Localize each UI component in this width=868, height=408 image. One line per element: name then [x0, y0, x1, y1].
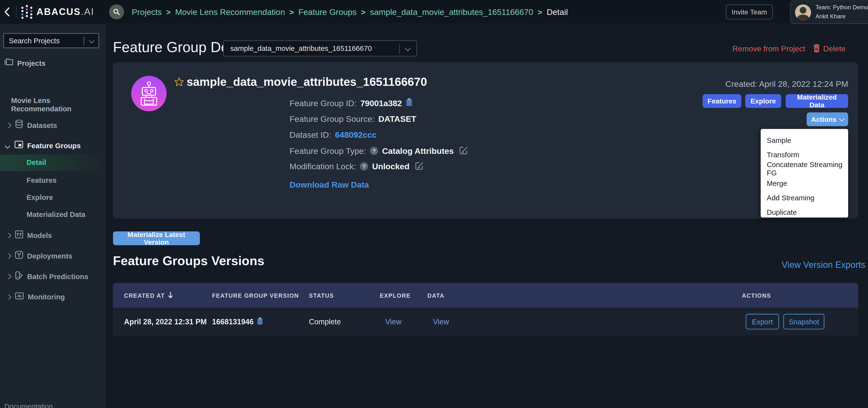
feature-groups-icon: [14, 140, 23, 151]
column-feature-group-version[interactable]: FEATURE GROUP VERSION: [212, 283, 299, 308]
copy-icon[interactable]: [257, 317, 263, 326]
menu-item-merge[interactable]: Merge: [761, 176, 848, 191]
explore-view-link[interactable]: View: [385, 317, 401, 326]
column-status[interactable]: STATUS: [309, 283, 334, 308]
chevron-right-icon: [6, 253, 11, 258]
menu-item-concatenate-streaming-fg[interactable]: Concatenate Streaming FG: [761, 162, 848, 176]
robot-icon: [140, 82, 158, 106]
sidebar-item-materialized-data[interactable]: Materialized Data: [0, 207, 106, 221]
breadcrumb: Projects > Movie Lens Recommendation > F…: [132, 0, 568, 24]
menu-item-sample[interactable]: Sample: [761, 133, 848, 147]
field-feature-group-source: Feature Group Source: DATASET: [290, 113, 416, 124]
team-menu[interactable]: Team: Python Demo Ankit Khare: [790, 0, 868, 24]
sidebar-item-monitoring[interactable]: Monitoring: [0, 290, 106, 304]
help-icon[interactable]: ?: [360, 162, 368, 170]
data-view-link[interactable]: View: [433, 317, 449, 326]
menu-item-duplicate[interactable]: Duplicate: [761, 205, 848, 219]
monitoring-icon: [15, 292, 24, 302]
chevron-right-icon: [6, 232, 11, 238]
topbar-divider: [16, 6, 17, 18]
chevron-down-icon: [839, 116, 844, 121]
user-name: Ankit Khare: [815, 13, 845, 19]
column-created-at[interactable]: CREATED AT: [124, 283, 173, 308]
sidebar-item-deployments[interactable]: Deployments: [0, 249, 106, 263]
breadcrumb-project-name[interactable]: Movie Lens Recommendation: [175, 7, 285, 17]
menu-item-transform[interactable]: Transform: [761, 147, 848, 162]
sidebar-item-feature-groups[interactable]: Feature Groups: [0, 138, 106, 153]
chevron-down-icon[interactable]: [89, 38, 94, 43]
invite-team-button[interactable]: Invite Team: [726, 4, 773, 19]
materialize-latest-version-button[interactable]: Materialize Latest Version: [113, 231, 200, 245]
cell-status: Complete: [309, 308, 341, 335]
sidebar-item-detail-active[interactable]: Detail: [0, 154, 106, 171]
sort-descending-icon: [167, 292, 173, 299]
column-explore[interactable]: EXPLORE: [380, 283, 410, 308]
features-button[interactable]: Features: [703, 94, 741, 108]
actions-button[interactable]: Actions: [807, 112, 848, 126]
search-projects-input[interactable]: Search Projects: [3, 33, 99, 48]
top-bar: ABACUS .AI Projects > Movie Lens Recomme…: [0, 0, 868, 25]
chevron-down-icon: [5, 143, 10, 148]
feature-group-title: sample_data_movie_attributes_1651166670: [187, 75, 427, 89]
chevron-right-icon: [6, 294, 11, 300]
breadcrumb-feature-groups[interactable]: Feature Groups: [299, 7, 357, 17]
models-icon: [15, 230, 23, 241]
breadcrumb-projects[interactable]: Projects: [132, 7, 162, 17]
cell-version: 1668131946: [212, 308, 263, 335]
field-dataset-id: Dataset ID: 648092ccc: [290, 129, 377, 140]
chevron-right-icon: [6, 274, 11, 279]
sidebar-item-features[interactable]: Features: [0, 173, 106, 187]
column-actions[interactable]: ACTIONS: [742, 283, 771, 308]
materialized-data-button[interactable]: Materialized Data: [785, 94, 848, 108]
batch-predictions-icon: [15, 271, 23, 282]
sidebar-item-explore[interactable]: Explore: [0, 190, 106, 204]
cell-explore: View: [385, 308, 401, 335]
sidebar-item-project-name[interactable]: Movie Lens Recommendation: [0, 97, 106, 112]
database-icon: [15, 120, 23, 131]
chevron-down-icon: [405, 46, 410, 51]
documentation-link[interactable]: Documentation: [4, 402, 53, 408]
actions-menu: Sample Transform Concatenate Streaming F…: [761, 129, 848, 217]
column-data[interactable]: DATA: [427, 283, 444, 308]
folder-icon: [4, 58, 14, 68]
sidebar-item-models[interactable]: Models: [0, 228, 106, 242]
export-button[interactable]: Export: [746, 314, 779, 329]
team-label: Team: Python Demo: [815, 4, 868, 10]
sidebar-item-datasets[interactable]: Datasets: [0, 118, 106, 132]
copy-icon[interactable]: [406, 98, 412, 108]
help-icon[interactable]: ?: [370, 147, 378, 155]
feature-group-selector[interactable]: sample_data_movie_attributes_1651166670: [223, 40, 417, 57]
avatar: [795, 4, 811, 21]
menu-item-add-streaming[interactable]: Add Streaming: [761, 190, 848, 205]
breadcrumb-detail: Detail: [547, 7, 568, 17]
abacus-logo-icon[interactable]: [21, 4, 33, 22]
field-feature-group-id: Feature Group ID: 79001a382: [290, 97, 412, 108]
edit-icon[interactable]: [415, 161, 424, 171]
sidebar: Search Projects Projects Movie Lens Reco…: [0, 24, 106, 408]
favorite-star-icon[interactable]: [174, 77, 184, 89]
field-modification-lock: Modification Lock: ? Unlocked: [290, 160, 424, 171]
view-version-exports-link[interactable]: View Version Exports: [782, 260, 865, 270]
field-feature-group-type: Feature Group Type: ? Catalog Attributes: [290, 145, 468, 156]
cell-created-at: April 28, 2022 12:31 PM: [124, 308, 207, 335]
download-raw-data-link[interactable]: Download Raw Data: [290, 180, 369, 189]
screen: ABACUS .AI Projects > Movie Lens Recomme…: [0, 0, 868, 408]
sidebar-item-projects[interactable]: Projects: [0, 56, 106, 70]
search-icon[interactable]: [109, 4, 124, 19]
dataset-id-link[interactable]: 648092ccc: [335, 130, 376, 139]
explore-button[interactable]: Explore: [745, 94, 781, 108]
snapshot-button[interactable]: Snapshot: [783, 314, 824, 329]
edit-icon[interactable]: [459, 145, 468, 156]
trash-icon[interactable]: [813, 44, 820, 55]
feature-group-avatar: [131, 76, 166, 111]
created-timestamp: Created: April 28, 2022 12:24 PM: [725, 79, 848, 89]
breadcrumb-feature-group-name[interactable]: sample_data_movie_attributes_1651166670: [370, 7, 533, 17]
logo-text[interactable]: ABACUS .AI: [36, 0, 94, 24]
feature-group-detail-card: sample_data_movie_attributes_1651166670 …: [113, 62, 858, 218]
cell-data: View: [433, 308, 449, 335]
chevron-right-icon: [6, 122, 11, 128]
sidebar-item-batch-predictions[interactable]: Batch Predictions: [0, 269, 106, 283]
remove-from-project-link[interactable]: Remove from Project: [733, 44, 805, 53]
back-icon[interactable]: [4, 7, 10, 19]
delete-link[interactable]: Delete: [823, 44, 846, 53]
